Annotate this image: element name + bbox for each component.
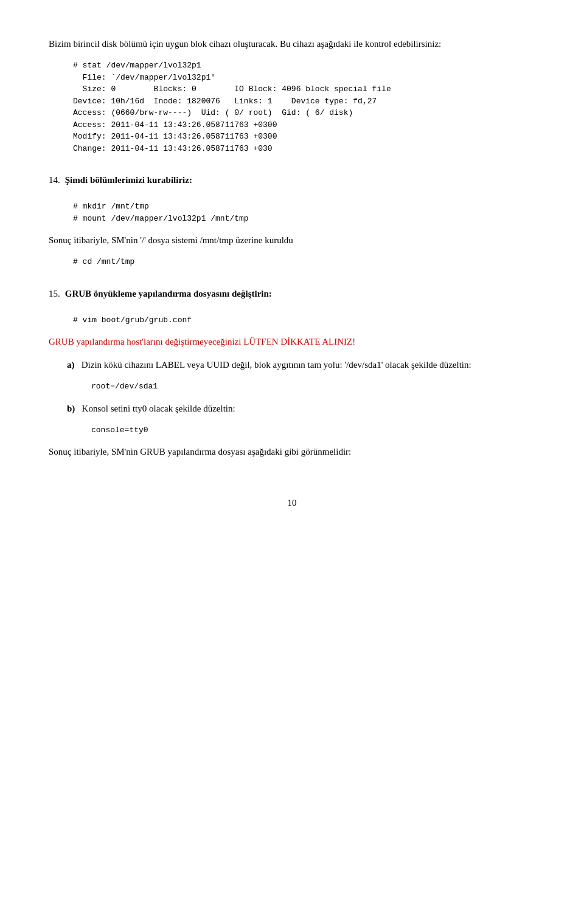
cd-code-block: # cd /mnt/tmp [73, 256, 535, 268]
sub-a-text: a) Dizin kökü cihazını LABEL veya UUID d… [67, 357, 535, 372]
console-code-block: console=tty0 [91, 424, 535, 436]
root-code-block: root=/dev/sda1 [91, 381, 535, 393]
mount-code-block: # mkdir /mnt/tmp # mount /dev/mapper/lvo… [73, 201, 535, 224]
section-15: 15. GRUB önyükleme yapılandırma dosyasın… [49, 286, 535, 326]
sub-item-b: b) Konsol setini tty0 olacak şekilde düz… [67, 401, 535, 436]
intro-paragraph: Bizim birincil disk bölümü için uygun bl… [49, 36, 535, 51]
section-14: 14. Şimdi bölümlerimizi kurabiliriz: # m… [49, 173, 535, 224]
section-14-heading: Şimdi bölümlerimizi kurabiliriz: [65, 173, 192, 187]
vim-code-block: # vim boot/grub/grub.conf [73, 314, 535, 326]
final-paragraph: Sonuç itibariyle, SM'nin GRUB yapılandır… [49, 444, 535, 459]
sub-b-label: b) [67, 404, 75, 413]
stat-code-block: # stat /dev/mapper/lvol32p1 File: `/dev/… [73, 60, 535, 154]
page-content: Bizim birincil disk bölümü için uygun bl… [49, 36, 535, 510]
section-14-number: 14. [49, 173, 60, 187]
result-paragraph: Sonuç itibariyle, SM'nin '/' dosya siste… [49, 233, 535, 247]
section-15-heading: GRUB önyükleme yapılandırma dosyasını de… [65, 286, 272, 301]
sub-b-text: b) Konsol setini tty0 olacak şekilde düz… [67, 401, 535, 416]
section-15-number: 15. [49, 286, 60, 301]
sub-a-label: a) [67, 360, 75, 370]
sub-b-description: Konsol setini tty0 olacak şekilde düzelt… [82, 404, 235, 413]
page-number: 10 [49, 495, 535, 510]
warning-text: GRUB yapılandırma host'larını değiştirme… [49, 334, 535, 349]
sub-a-description: Dizin kökü cihazını LABEL veya UUID deği… [82, 360, 471, 370]
sub-item-a: a) Dizin kökü cihazını LABEL veya UUID d… [67, 357, 535, 393]
